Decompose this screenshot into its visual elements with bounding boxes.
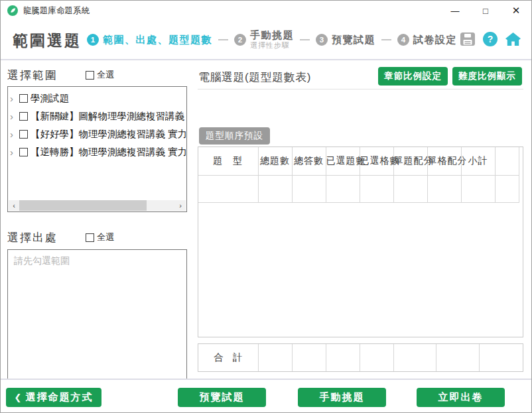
tree-item-checkbox[interactable] — [19, 130, 28, 139]
tree-item-label[interactable]: 【新關鍵】圖解物理學測總複習講義 實力 — [31, 110, 186, 123]
generate-paper-label: 立即出卷 — [438, 391, 484, 404]
save-icon[interactable] — [460, 32, 476, 46]
manual-pick-label: 手動挑題 — [320, 391, 365, 404]
scrollbar-thumb[interactable] — [19, 200, 147, 211]
step-3-label: 預覽試題 — [332, 34, 375, 46]
step-4-paper-settings[interactable]: 4 試卷設定 — [397, 34, 457, 46]
step-connector — [381, 39, 391, 40]
window-title: 龍騰題庫命題系統 — [23, 5, 90, 17]
range-select-all-label: 全選 — [97, 69, 114, 81]
back-to-method-label: 選擇命題方式 — [25, 391, 93, 404]
tree-item-label[interactable]: 【逆轉勝】物理學測總複習講義 實力評量 — [31, 146, 186, 158]
step-2-manual-pick[interactable]: 2 手動挑題 選擇性步驟 — [234, 29, 294, 50]
source-section-title: 選擇出處 — [7, 230, 58, 245]
right-panel: 電腦選題(題型題數表) 章節比例設定 難度比例顯示 題型順序預設 題 型 總題數… — [198, 64, 523, 376]
home-icon[interactable] — [505, 32, 521, 46]
manual-pick-button[interactable]: 手動挑題 — [298, 388, 386, 407]
close-button[interactable]: ✕ — [501, 1, 531, 21]
app-logo-icon — [7, 5, 18, 16]
page-title: 範圍選題 — [13, 30, 82, 51]
minimize-button[interactable]: — — [440, 1, 470, 21]
source-list: 請先勾選範圍 — [7, 249, 187, 381]
app-window: 龍騰題庫命題系統 — □ ✕ 範圍選題 1 範圍、出處、題型題數 2 手動挑題 … — [0, 0, 532, 413]
header-icons: ? — [460, 32, 521, 46]
tree-item[interactable]: › 【逆轉勝】物理學測總複習講義 實力評量 — [8, 143, 186, 161]
generate-paper-button[interactable]: 立即出卷 — [417, 388, 505, 407]
source-select-all[interactable]: 全選 — [86, 231, 114, 243]
chevron-right-icon[interactable]: › — [10, 147, 19, 157]
difficulty-ratio-button[interactable]: 難度比例顯示 — [452, 67, 522, 86]
title-bar: 龍騰題庫命題系統 — □ ✕ — [1, 1, 531, 21]
tree-item-label[interactable]: 【好好學】物理學測總複習講義 實力評量 — [31, 128, 186, 141]
table-header-row: 題 型 總題數 總答數 已選題數 已選格數 單題配分 單格配分 小計 — [198, 147, 519, 176]
step-connector — [300, 39, 310, 40]
left-panel: 選擇範圍 全選 › 學測試題 › 【新關鍵】圖解物理學測總複習講義 實力 — [7, 67, 188, 381]
step-indicator: 1 範圍、出處、題型題數 2 手動挑題 選擇性步驟 3 預覽試題 4 試卷設定 — [87, 21, 457, 59]
col-total-answers: 總答數 — [292, 147, 326, 176]
scroll-left-icon[interactable]: ‹ — [9, 200, 19, 211]
step-connector — [218, 39, 228, 40]
step-1-label: 範圍、出處、題型題數 — [103, 34, 212, 46]
divider — [198, 89, 523, 89]
tree-item[interactable]: › 學測試題 — [8, 89, 186, 107]
help-icon[interactable]: ? — [483, 32, 498, 46]
totals-label: 合 計 — [198, 344, 258, 371]
ratio-buttons: 章節比例設定 難度比例顯示 — [378, 67, 522, 86]
tree-item-checkbox[interactable] — [19, 112, 28, 121]
preview-questions-button[interactable]: 預覽試題 — [178, 388, 266, 407]
totals-row: 合 計 — [198, 343, 523, 372]
range-select-all[interactable]: 全選 — [86, 69, 114, 81]
col-selected-questions: 已選題數 — [326, 147, 360, 176]
step-2-label: 手動挑題 — [250, 29, 294, 41]
footer-bar: ❮ 選擇命題方式 預覽試題 手動挑題 立即出卷 — [1, 379, 531, 412]
step-2-sublabel: 選擇性步驟 — [250, 41, 294, 50]
chapter-ratio-button[interactable]: 章節比例設定 — [378, 67, 448, 86]
chevron-right-icon[interactable]: › — [10, 93, 19, 103]
col-selected-cells: 已選格數 — [360, 147, 393, 176]
step-4-label: 試卷設定 — [413, 34, 457, 46]
header: 範圍選題 1 範圍、出處、題型題數 2 手動挑題 選擇性步驟 3 預覽試題 — [1, 21, 531, 60]
tree-item[interactable]: › 【新關鍵】圖解物理學測總複習講義 實力 — [8, 107, 186, 125]
preview-questions-label: 預覽試題 — [200, 391, 245, 404]
step-1-number: 1 — [87, 34, 99, 46]
step-2-number: 2 — [234, 34, 246, 46]
range-select-all-checkbox[interactable] — [86, 71, 94, 80]
range-section-title: 選擇範圍 — [7, 68, 58, 83]
chevron-right-icon[interactable]: › — [10, 111, 19, 121]
step-3-preview[interactable]: 3 預覽試題 — [316, 34, 375, 46]
col-total-questions: 總題數 — [258, 147, 292, 176]
tree-item[interactable]: › 【好好學】物理學測總複習講義 實力評量 — [8, 125, 186, 143]
step-3-number: 3 — [316, 34, 328, 46]
question-type-table: 題 型 總題數 總答數 已選題數 已選格數 單題配分 單格配分 小計 — [198, 147, 523, 337]
step-4-number: 4 — [397, 34, 409, 46]
horizontal-scrollbar[interactable]: ‹ › — [9, 200, 186, 211]
back-to-method-button[interactable]: ❮ 選擇命題方式 — [6, 388, 101, 407]
col-score-per-cell: 單格配分 — [427, 147, 461, 176]
source-select-all-label: 全選 — [97, 231, 114, 243]
window-controls: — □ ✕ — [440, 1, 531, 21]
chevron-right-icon[interactable]: › — [10, 129, 19, 139]
tree-item-checkbox[interactable] — [19, 94, 28, 103]
step-1-range[interactable]: 1 範圍、出處、題型題數 — [87, 34, 212, 46]
tree-item-label[interactable]: 學測試題 — [31, 92, 69, 105]
col-extra — [495, 147, 519, 176]
maximize-button[interactable]: □ — [470, 1, 501, 21]
chevron-left-icon: ❮ — [15, 392, 22, 402]
question-type-order-badge[interactable]: 題型順序預設 — [199, 127, 270, 145]
computer-selection-title: 電腦選題(題型題數表) — [198, 70, 311, 85]
source-placeholder: 請先勾選範圍 — [14, 255, 70, 266]
col-score-per-question: 單題配分 — [393, 147, 427, 176]
tree-item-checkbox[interactable] — [19, 148, 28, 156]
source-section-header: 選擇出處 全選 — [7, 229, 188, 245]
source-select-all-checkbox[interactable] — [86, 233, 94, 242]
scroll-right-icon[interactable]: › — [175, 200, 186, 211]
range-tree: › 學測試題 › 【新關鍵】圖解物理學測總複習講義 實力 › 【好好學】物理學測… — [7, 86, 187, 212]
col-question-type: 題 型 — [198, 147, 258, 176]
table-row — [198, 176, 519, 203]
range-section-header: 選擇範圍 全選 — [7, 67, 188, 83]
